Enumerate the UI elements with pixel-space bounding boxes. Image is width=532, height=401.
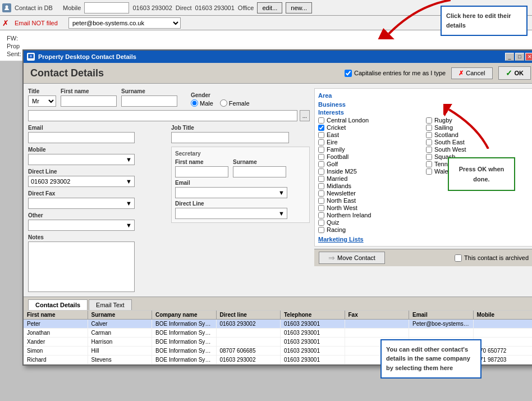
interest-checkbox[interactable] [318,168,324,175]
archive-checkbox[interactable] [455,254,462,262]
sec-surname-input[interactable] [233,166,286,177]
interest-checkbox[interactable] [426,117,432,124]
table-cell: BOE Information Systems Ltd [152,356,217,364]
sec-directline-label: Direct Line [175,200,306,207]
interest-item[interactable]: North West [318,204,421,211]
interest-checkbox[interactable] [318,125,324,131]
table-row[interactable]: PeterCalverBOE Information Systems Ltd01… [24,320,532,329]
table-row[interactable]: JonathanCarmanBOE Information Systems Lt… [24,329,532,338]
gender-male-radio[interactable] [191,99,198,107]
interest-checkbox[interactable] [318,227,324,233]
interest-item[interactable]: Cricket [318,124,421,131]
interest-checkbox[interactable] [318,205,324,211]
tab-email-text[interactable]: Email Text [89,299,132,310]
interest-checkbox[interactable] [426,132,432,138]
email-input[interactable]: Peter@boe-systems.co.uk [28,132,135,143]
company-input[interactable]: BOE Information Systems Ltd [28,110,297,121]
table-cell: Hill [88,347,153,355]
table-cell [474,329,533,337]
interest-checkbox[interactable] [426,154,432,160]
archive-label: This contact is archived [464,254,529,261]
email-not-filed-label: Email NOT filed [15,20,65,26]
title-label: Title [28,88,56,94]
interest-item[interactable]: Racing [318,226,421,233]
gender-female-radio[interactable] [220,99,227,107]
company-details-button[interactable]: ... [300,110,310,121]
interest-label: Racing [327,226,346,233]
table-cell [345,320,410,328]
tab-contact-details[interactable]: Contact Details [28,299,88,310]
interest-checkbox[interactable] [426,168,432,175]
notes-textarea[interactable] [28,241,135,292]
maximize-button[interactable]: □ [515,53,524,61]
table-cell: 01603 293002 [217,320,281,328]
firstname-input[interactable]: Peter [61,95,117,107]
other-dropdown[interactable]: ▼ [28,220,135,231]
sec-email-dropdown[interactable]: ▼ [175,187,287,198]
interest-item[interactable]: Northern Ireland [318,212,421,218]
interest-item[interactable]: Quiz [318,219,421,226]
callout-top-right: Click here to edit their details [441,6,528,36]
close-button[interactable]: ✕ [525,53,532,61]
interest-checkbox[interactable] [318,176,324,182]
archive-checkbox-label[interactable]: This contact is archived [455,254,529,262]
interest-item[interactable]: Married [318,175,421,182]
interest-item[interactable]: Golf [318,161,421,167]
table-cell [217,338,281,346]
interest-checkbox[interactable] [318,220,324,226]
interest-checkbox[interactable] [318,147,324,153]
contact-icon [2,3,11,12]
interest-item[interactable]: Midlands [318,183,421,189]
new-button[interactable]: new... [286,2,312,13]
interest-checkbox[interactable] [318,139,324,145]
sec-directline-arrow-icon: ▼ [278,210,285,217]
edit-button[interactable]: edit... [257,2,282,13]
interest-item[interactable]: Family [318,146,421,153]
gender-female-option[interactable]: Female [220,99,250,107]
minimize-button[interactable]: _ [505,53,514,61]
interest-checkbox[interactable] [318,212,324,218]
interest-item[interactable]: Inside M25 [318,168,421,175]
mobile-dropdown[interactable]: ▼ [28,154,135,165]
two-col-layout: Email Peter@boe-systems.co.uk Mobile ▼ D… [28,125,310,292]
marketing-lists-link[interactable]: Marketing Lists [318,236,529,243]
area-footer: ⇒ Move Contact This contact is archived [314,249,532,266]
interest-item[interactable]: Newsletter [318,190,421,197]
directline-dropdown[interactable]: 01603 293002 ▼ [28,176,135,187]
sec-firstname-input[interactable] [175,166,228,177]
interest-checkbox[interactable] [426,139,432,145]
table-cell: BOE Information Systems Ltd [152,347,217,355]
office-label: Office [238,4,254,11]
ok-button[interactable]: ✓ OK [498,66,531,80]
interest-checkbox[interactable] [318,132,324,138]
interest-item[interactable]: Eire [318,139,421,145]
table-cell: 08707 606685 [217,347,281,355]
interest-checkbox[interactable] [426,125,432,131]
interest-checkbox[interactable] [318,190,324,197]
interest-checkbox[interactable] [426,147,432,153]
interest-label: Family [327,146,345,153]
sec-directline-dropdown[interactable]: ▼ [175,208,287,219]
table-column-header: Fax [345,311,410,319]
interest-item[interactable]: Football [318,153,421,160]
interest-checkbox[interactable] [318,154,324,160]
interest-item[interactable]: North East [318,197,421,204]
cancel-button[interactable]: ✗ Cancel [451,67,492,79]
interest-checkbox[interactable] [318,183,324,189]
gender-male-option[interactable]: Male [191,99,213,107]
interest-checkbox[interactable] [426,161,432,167]
directfax-dropdown[interactable]: ▼ [28,198,135,209]
interest-checkbox[interactable] [318,161,324,167]
jobtitle-input[interactable] [171,132,289,143]
interest-item[interactable]: Central London [318,117,421,124]
email-address-select[interactable]: peter@boe-systems.co.uk [68,17,181,29]
title-select[interactable]: MrMrsMsDr [28,95,56,107]
interest-item[interactable]: East [318,131,421,138]
capitalize-checkbox-label[interactable]: Capitalise entries for me as I type [345,70,446,77]
interest-checkbox[interactable] [318,117,324,124]
move-contact-button[interactable]: ⇒ Move Contact [319,252,385,264]
surname-input[interactable]: Calver [121,95,177,107]
capitalize-checkbox[interactable] [345,70,352,77]
interest-checkbox[interactable] [318,198,324,204]
office-phone: 01603 293001 [195,4,235,11]
